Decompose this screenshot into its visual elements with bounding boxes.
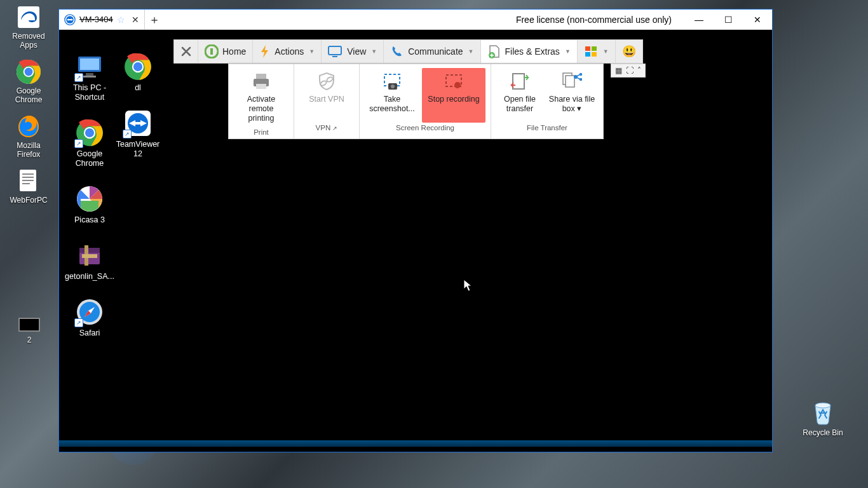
toolbar-files-extras[interactable]: Files & Extras▼ <box>481 40 578 63</box>
ribbon-group-vpn: Start VPN VPN ↗ <box>294 64 360 139</box>
home-icon <box>205 44 219 58</box>
desktop-icon-removed-apps[interactable]: Removed Apps <box>9 4 48 50</box>
record-icon <box>443 72 465 91</box>
picasa-icon <box>76 185 104 213</box>
camera-icon <box>381 72 403 91</box>
fullscreen-icon[interactable]: ⛶ <box>626 66 634 75</box>
cmd-icon <box>18 318 40 332</box>
toolbar-communicate[interactable]: Communicate▼ <box>384 40 480 63</box>
close-tab-button[interactable]: ✕ <box>132 15 139 25</box>
remote-icon-picasa[interactable]: Picasa 3 <box>67 185 112 225</box>
toolbar-home-label: Home <box>222 46 246 57</box>
phone-icon <box>390 44 404 58</box>
desktop-icon-webforpc[interactable]: WebForPC <box>9 168 48 205</box>
edge-icon <box>15 4 42 30</box>
mouse-cursor-icon <box>463 279 472 292</box>
file-plus-icon <box>487 44 501 58</box>
toolbar-view-label: View <box>347 46 366 57</box>
desktop-icon-label: WebForPC <box>10 196 47 205</box>
monitor-icon: ↗ <box>76 53 104 81</box>
ribbon-item-label: Open file transfer <box>499 95 541 114</box>
svg-rect-52 <box>513 74 524 89</box>
shield-icon <box>316 72 337 91</box>
toolbar-actions-label: Actions <box>275 46 304 57</box>
session-tab-label: VM-3404 <box>79 15 113 24</box>
chrome-icon <box>124 53 152 81</box>
toolbar-view[interactable]: View▼ <box>322 40 384 63</box>
ribbon-item-label: Share via file box ▾ <box>548 95 595 114</box>
safari-icon: ↗ <box>76 298 104 326</box>
toolbar-windows-shortcuts[interactable]: ▼ <box>578 40 616 63</box>
svg-rect-7 <box>22 173 34 175</box>
activate-remote-printing-button[interactable]: Activate remote printing <box>234 68 288 127</box>
remote-icon-chrome[interactable]: ↗ Google Chrome <box>67 119 112 168</box>
svg-rect-44 <box>256 84 266 89</box>
remote-icon-winrar[interactable]: getonlin_SA... <box>67 241 112 281</box>
teamviewer-icon <box>64 14 76 25</box>
toolbar-communicate-label: Communicate <box>408 46 463 57</box>
desktop-icon-label: Recycle Bin <box>803 428 843 437</box>
svg-rect-40 <box>585 52 590 57</box>
winrar-icon <box>76 241 104 269</box>
remote-taskbar <box>59 440 772 447</box>
remote-icon-label: Picasa 3 <box>74 215 105 225</box>
remote-icon-teamviewer12[interactable]: ↗ TeamViewer 12 <box>115 109 161 159</box>
view-mode-controls: ▦ ⛶ ˄ <box>611 64 646 78</box>
stop-recording-button[interactable]: Stop recording <box>422 68 485 123</box>
desktop-icon-google-chrome[interactable]: Google Chrome <box>9 58 48 104</box>
remote-icon-dl[interactable]: dl <box>115 53 161 93</box>
svg-rect-39 <box>592 46 597 51</box>
svg-rect-41 <box>592 52 597 57</box>
remote-icon-label: Google Chrome <box>67 149 112 168</box>
smiley-icon: 😃 <box>622 44 636 58</box>
windows-icon <box>584 44 598 58</box>
close-session-button[interactable] <box>174 40 198 63</box>
maximize-button[interactable]: ☐ <box>714 10 743 29</box>
svg-point-55 <box>574 75 578 79</box>
minimize-button[interactable]: — <box>684 10 714 29</box>
license-text: Free license (non-commercial use only) <box>164 10 684 29</box>
teamviewer-toolbar: Home Actions▼ View▼ Communicate▼ Files &… <box>173 39 643 64</box>
svg-point-51 <box>454 82 461 88</box>
remote-icon-label: getonlin_SA... <box>65 272 114 281</box>
ribbon-group-caption: Screen Recording <box>396 124 454 132</box>
desktop-icon-label: 2 <box>27 336 32 344</box>
file-transfer-icon <box>509 72 531 91</box>
toolbar-actions[interactable]: Actions▼ <box>253 40 322 63</box>
teamviewer-icon: ↗ <box>124 109 152 137</box>
remote-icon-label: TeamViewer 12 <box>115 140 161 159</box>
take-screenshot-button[interactable]: Take screenshot... <box>365 68 419 123</box>
ribbon-group-print: Activate remote printing Print <box>229 64 294 139</box>
desktop-icon-cmd[interactable]: 2 <box>17 318 42 344</box>
remote-icon-safari[interactable]: ↗ Safari <box>67 298 112 338</box>
teamviewer-titlebar: VM-3404 ☆ ✕ ＋ Free license (non-commerci… <box>59 10 772 30</box>
svg-point-20 <box>85 128 94 137</box>
collapse-icon[interactable]: ˄ <box>637 66 641 75</box>
grid-view-icon[interactable]: ▦ <box>615 66 622 75</box>
open-file-transfer-button[interactable]: Open file transfer <box>496 68 543 123</box>
desktop-icon-recycle-bin[interactable]: Recycle Bin <box>801 398 845 437</box>
ribbon-group-screen-recording: Take screenshot... Stop recording Screen… <box>360 64 491 139</box>
toolbar-feedback[interactable]: 😃 <box>616 40 642 63</box>
svg-rect-43 <box>256 74 266 79</box>
new-tab-button[interactable]: ＋ <box>145 10 164 29</box>
svg-point-45 <box>320 80 327 86</box>
desktop-icon-label: Removed Apps <box>9 32 48 50</box>
remote-icon-this-pc[interactable]: ↗ This PC - Shortcut <box>67 53 112 102</box>
favorite-icon[interactable]: ☆ <box>117 15 125 25</box>
desktop-icon-mozilla-firefox[interactable]: Mozilla Firefox <box>9 113 48 159</box>
desktop-icon-label: Google Chrome <box>9 86 48 104</box>
close-icon <box>180 46 191 57</box>
svg-rect-36 <box>332 56 337 57</box>
close-window-button[interactable]: ✕ <box>743 10 772 29</box>
svg-rect-16 <box>86 73 93 76</box>
svg-point-49 <box>391 85 395 88</box>
toolbar-files-extras-label: Files & Extras <box>505 46 560 57</box>
teamviewer-window: VM-3404 ☆ ✕ ＋ Free license (non-commerci… <box>58 9 773 452</box>
session-tab[interactable]: VM-3404 ☆ ✕ <box>59 10 145 29</box>
toolbar-home[interactable]: Home <box>198 40 253 63</box>
svg-rect-9 <box>22 180 34 181</box>
ribbon-group-caption: VPN ↗ <box>316 124 338 132</box>
share-via-filebox-button[interactable]: Share via file box ▾ <box>546 68 598 123</box>
svg-rect-34 <box>210 48 213 55</box>
